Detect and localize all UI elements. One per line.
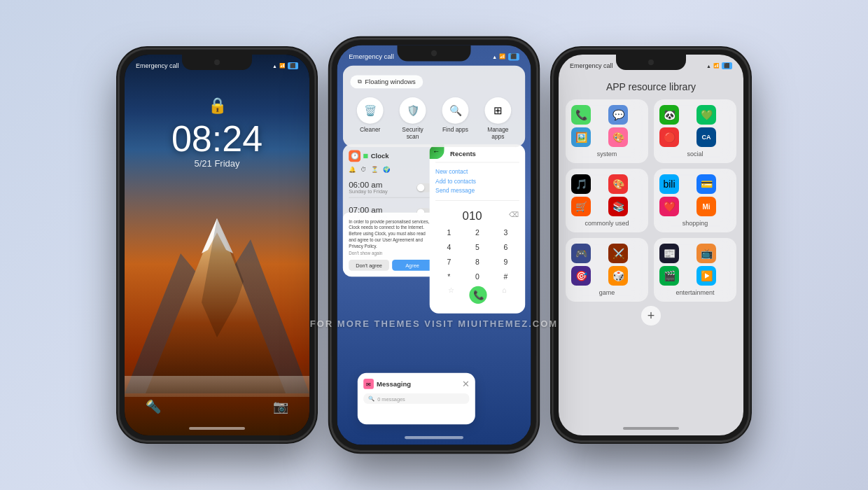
game2-icon: ⚔️ bbox=[608, 244, 628, 263]
key-hash[interactable]: # bbox=[492, 270, 519, 284]
home-indicator-2 bbox=[405, 436, 463, 439]
messaging-close-button[interactable]: ✕ bbox=[462, 379, 470, 389]
key-3[interactable]: 3 bbox=[492, 226, 519, 239]
social-icons: 🐼 💚 🔴 CA bbox=[659, 105, 731, 147]
msg-search-placeholder: 0 messages bbox=[377, 396, 405, 401]
gallery-app-icon: 🖼️ bbox=[571, 127, 591, 147]
folder-shopping[interactable]: bili 💳 ❤️ Mi shopping bbox=[654, 169, 736, 232]
phone-number-display: 010 bbox=[435, 210, 509, 223]
battery-icon-2: ⬛ bbox=[508, 53, 519, 61]
mi-icon: Mi bbox=[696, 197, 716, 216]
control-panel: ⧉ Floating windows 🗑️ Cleaner 🛡️ Securit… bbox=[343, 66, 525, 148]
alipay-icon: 💳 bbox=[696, 174, 716, 194]
folder-game[interactable]: 🎮 ⚔️ 🎯 🎲 game bbox=[566, 238, 648, 302]
signal-icon-2: 📶 bbox=[499, 54, 505, 59]
find-icon-circle: 🔍 bbox=[442, 97, 469, 124]
phone-3-app-library: Emergency call ▲ 📶 ⬛ APP resource librar… bbox=[553, 49, 749, 441]
phone-1-lock-screen: Emergency call ▲ 📶 ⬛ 🔒 08:24 5/21 Friday… bbox=[119, 49, 315, 441]
phone-2-screen: Emergency call ▲ 📶 ⬛ ⧉ Floating windows … bbox=[337, 45, 531, 444]
lock-date: 5/21 Friday bbox=[194, 158, 239, 169]
lock-icon: 🔒 bbox=[208, 97, 227, 115]
dialog-buttons: Don't agree Agree bbox=[349, 260, 433, 271]
recents-title: Recents bbox=[450, 150, 476, 158]
key-7[interactable]: 7 bbox=[435, 255, 462, 269]
iqiyi-icon: ▶️ bbox=[696, 266, 716, 286]
voicemail-icon: ⌂ bbox=[502, 286, 506, 304]
flashlight-icon[interactable]: 🔦 bbox=[146, 399, 161, 414]
manage-icon-circle: ⊞ bbox=[484, 97, 511, 124]
xiaohongshu-icon: ❤️ bbox=[659, 197, 679, 216]
delete-icon[interactable]: ⌫ bbox=[509, 210, 519, 218]
key-5[interactable]: 5 bbox=[464, 241, 491, 254]
number-display-row: 010 ⌫ bbox=[435, 200, 519, 223]
game4-icon: 🎲 bbox=[608, 266, 628, 286]
control-find[interactable]: 🔍 Find apps bbox=[435, 97, 475, 140]
game-icons: 🎮 ⚔️ 🎯 🎲 bbox=[571, 244, 643, 286]
shopping-icons: bili 💳 ❤️ Mi bbox=[659, 174, 731, 216]
new-contact[interactable]: New contact bbox=[435, 169, 519, 175]
social-label: social bbox=[659, 150, 731, 158]
status-left: Emergency call bbox=[136, 62, 179, 69]
control-manage[interactable]: ⊞ Manageapps bbox=[478, 97, 518, 140]
clock-card-header: 🕐 Clock bbox=[349, 150, 433, 162]
status-right: ▲ 📶 ⬛ bbox=[272, 62, 298, 69]
control-security[interactable]: 🛡️ Securityscan bbox=[393, 97, 433, 140]
shopping-label: shopping bbox=[659, 220, 731, 227]
send-message[interactable]: Send message bbox=[435, 188, 519, 194]
folder-entertainment[interactable]: 📰 📺 🎬 ▶️ entertainment bbox=[654, 238, 736, 302]
key-6[interactable]: 6 bbox=[492, 241, 519, 254]
app-folder-grid: 📞 💬 🖼️ 🎨 system 🐼 💚 🔴 C bbox=[566, 99, 736, 302]
recent-actions: New contact Add to contacts Send message bbox=[435, 169, 519, 195]
key-8[interactable]: 8 bbox=[464, 255, 491, 269]
status-right-3: ▲ 📶 ⬛ bbox=[706, 62, 732, 69]
ent2-icon: 📺 bbox=[696, 244, 716, 263]
ca-icon: CA bbox=[696, 127, 716, 147]
phone-2-control-center: Emergency call ▲ 📶 ⬛ ⧉ Floating windows … bbox=[331, 39, 537, 451]
key-2[interactable]: 2 bbox=[464, 226, 491, 239]
find-label: Find apps bbox=[442, 127, 468, 133]
folder-system[interactable]: 📞 💬 🖼️ 🎨 system bbox=[566, 99, 648, 163]
status-right-2: ▲ 📶 ⬛ bbox=[492, 53, 519, 61]
call-button[interactable]: 📞 bbox=[470, 286, 487, 304]
phone-3-notch bbox=[616, 55, 686, 70]
kuaishou-icon: 🎨 bbox=[608, 174, 628, 194]
clock-title: Clock bbox=[371, 153, 389, 160]
lock-bottom-controls: 🔦 📷 bbox=[125, 399, 309, 414]
key-4[interactable]: 4 bbox=[435, 241, 462, 254]
messaging-header: ✉ Messaging ✕ bbox=[363, 379, 469, 389]
messaging-search[interactable]: 🔍 0 messages bbox=[363, 393, 469, 404]
common-icons: 🎵 🎨 🛒 📚 bbox=[571, 174, 643, 216]
call-button-row: ☆ 📞 ⌂ bbox=[435, 286, 519, 304]
phone-2-notch bbox=[398, 45, 471, 61]
floating-badge: ⧉ Floating windows bbox=[350, 75, 423, 88]
snow-ground bbox=[125, 376, 309, 397]
floating-windows-area: 🕐 Clock 🔔 ⏱ ⏳ 🌍 06:00 a bbox=[343, 144, 525, 424]
game1-icon: 🎮 bbox=[571, 244, 591, 263]
folder-social[interactable]: 🐼 💚 🔴 CA social bbox=[654, 99, 736, 163]
lock-time: 08:24 bbox=[172, 118, 262, 160]
control-cleaner[interactable]: 🗑️ Cleaner bbox=[350, 97, 390, 140]
tiktok-icon: 🎵 bbox=[571, 174, 591, 194]
commonly-used-label: commonly used bbox=[571, 220, 643, 227]
key-star[interactable]: * bbox=[435, 270, 462, 284]
agree-button[interactable]: Agree bbox=[392, 260, 433, 271]
facetime-app-icon: 💬 bbox=[608, 105, 628, 125]
camera-icon[interactable]: 📷 bbox=[273, 399, 288, 414]
game3-icon: 🎯 bbox=[571, 266, 591, 286]
add-folder-button[interactable]: + bbox=[641, 306, 661, 326]
security-icon-circle: 🛡️ bbox=[400, 97, 426, 124]
security-label: Securityscan bbox=[402, 127, 423, 140]
watermark: FOR MORE THEMES VISIT MIUITHEMEZ.COM bbox=[310, 318, 558, 329]
folder-commonly-used[interactable]: 🎵 🎨 🛒 📚 commonly used bbox=[566, 169, 648, 232]
phone-app-icon: 📞 bbox=[571, 105, 591, 125]
weibo-icon: 🔴 bbox=[659, 127, 679, 147]
signal-icon: 📶 bbox=[279, 63, 286, 69]
key-9[interactable]: 9 bbox=[492, 255, 519, 269]
jd-icon: 📚 bbox=[608, 197, 628, 216]
dont-agree-button[interactable]: Don't agree bbox=[349, 260, 389, 271]
mountain-svg bbox=[125, 197, 309, 393]
key-1[interactable]: 1 bbox=[435, 226, 462, 239]
wifi-icon: ▲ bbox=[272, 64, 277, 69]
key-0[interactable]: 0 bbox=[464, 270, 491, 284]
add-to-contacts[interactable]: Add to contacts bbox=[435, 178, 519, 184]
